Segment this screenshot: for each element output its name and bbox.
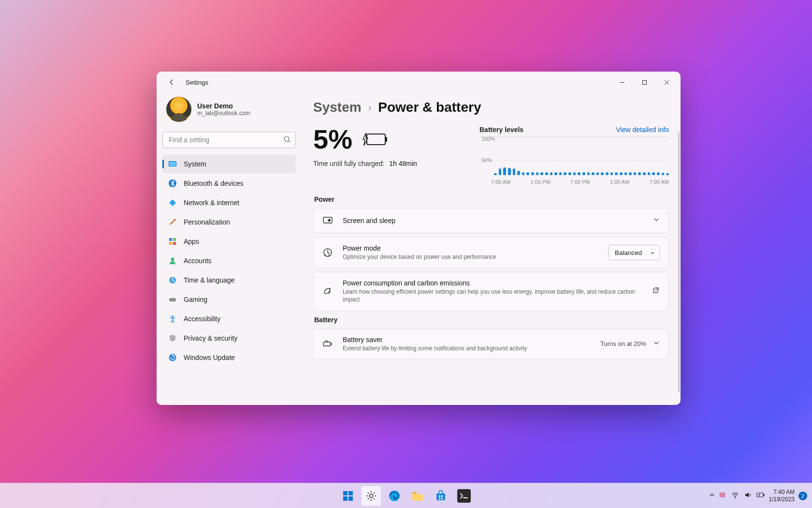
folder-icon bbox=[411, 490, 424, 502]
wifi-tray-icon[interactable] bbox=[731, 491, 739, 500]
sidebar-item-bluetooth[interactable]: Bluetooth & devices bbox=[162, 174, 296, 193]
taskbar-app-settings[interactable] bbox=[361, 486, 381, 506]
svg-point-12 bbox=[171, 299, 172, 300]
svg-rect-31 bbox=[439, 498, 440, 499]
taskbar-app-explorer[interactable] bbox=[407, 486, 428, 506]
sidebar-item-label: Apps bbox=[184, 238, 199, 245]
svg-rect-16 bbox=[367, 134, 385, 145]
notifications-badge[interactable]: 2 bbox=[798, 492, 807, 500]
tray-clock[interactable]: 7:40 AM 1/19/2023 bbox=[769, 489, 795, 503]
card-battery-saver[interactable]: Battery saver Extend battery life by lim… bbox=[313, 329, 669, 359]
sidebar-item-label: Windows Update bbox=[184, 354, 235, 361]
sidebar-item-system[interactable]: System bbox=[162, 155, 296, 173]
view-detailed-link[interactable]: View detailed info bbox=[616, 126, 669, 134]
profile-email: m_lab@outlook.com bbox=[197, 110, 250, 117]
sidebar-item-apps[interactable]: Apps bbox=[162, 232, 296, 251]
search-wrap bbox=[162, 132, 296, 148]
breadcrumb: System › Power & battery bbox=[313, 100, 669, 115]
arrow-left-icon bbox=[168, 78, 175, 86]
taskbar-app-edge[interactable] bbox=[384, 486, 405, 506]
tray-app-icon[interactable] bbox=[719, 491, 726, 500]
sidebar-item-accessibility[interactable]: Accessibility bbox=[162, 310, 296, 328]
sidebar-item-windows-update[interactable]: Windows Update bbox=[162, 348, 296, 367]
svg-rect-23 bbox=[348, 491, 353, 495]
chart-bar bbox=[545, 172, 548, 175]
globe-clock-icon bbox=[168, 276, 177, 284]
battery-percent: 5% bbox=[313, 126, 352, 153]
battery-saver-icon bbox=[322, 339, 333, 349]
sidebar-item-time-language[interactable]: Time & language bbox=[162, 271, 296, 289]
section-power-label: Power bbox=[314, 195, 669, 203]
chart-bar bbox=[540, 172, 543, 175]
sidebar-item-label: Privacy & security bbox=[184, 334, 237, 342]
taskbar-center bbox=[338, 486, 474, 506]
sidebar-item-personalization[interactable]: Personalization bbox=[162, 213, 296, 231]
shield-icon bbox=[168, 334, 177, 343]
chart-x-tick: 7:00 AM bbox=[491, 179, 510, 185]
sidebar-item-label: Accounts bbox=[184, 257, 212, 265]
scrollbar[interactable] bbox=[678, 132, 680, 392]
chart-bar bbox=[606, 172, 609, 175]
taskbar-app-terminal[interactable] bbox=[454, 486, 474, 506]
svg-rect-7 bbox=[169, 242, 172, 245]
chart-x-tick: 1:00 AM bbox=[610, 179, 629, 185]
profile-name: User Demo bbox=[197, 102, 250, 110]
sidebar-item-accounts[interactable]: Accounts bbox=[162, 252, 296, 270]
chart-bar bbox=[499, 168, 502, 175]
card-screen-sleep[interactable]: Screen and sleep bbox=[313, 208, 669, 233]
person-icon bbox=[168, 256, 177, 265]
chart-bar bbox=[554, 172, 557, 175]
taskbar-app-store[interactable] bbox=[431, 486, 451, 506]
leaf-energy-icon bbox=[322, 286, 333, 297]
search-input[interactable] bbox=[162, 132, 296, 148]
close-icon bbox=[664, 80, 669, 85]
svg-rect-17 bbox=[385, 137, 387, 142]
breadcrumb-parent[interactable]: System bbox=[313, 100, 362, 115]
chart-bar bbox=[522, 172, 525, 175]
svg-rect-28 bbox=[436, 493, 445, 500]
chart-bar bbox=[578, 172, 580, 175]
chart-bar bbox=[648, 172, 651, 175]
edge-icon bbox=[388, 490, 401, 502]
volume-tray-icon[interactable] bbox=[744, 491, 752, 500]
card-desc: Optimize your device based on power use … bbox=[343, 253, 599, 261]
terminal-icon bbox=[460, 493, 468, 499]
chart-x-tick: 1:00 PM bbox=[531, 179, 551, 185]
window-controls bbox=[611, 74, 678, 91]
start-button[interactable] bbox=[338, 486, 358, 506]
card-power-mode[interactable]: Power mode Optimize your device based on… bbox=[313, 237, 669, 268]
sidebar-item-network[interactable]: Network & internet bbox=[162, 194, 296, 212]
chart-x-tick: 7:00 AM bbox=[650, 179, 669, 185]
minimize-button[interactable] bbox=[611, 74, 633, 91]
chevron-up-icon bbox=[709, 492, 715, 498]
tray-overflow[interactable] bbox=[709, 492, 715, 499]
svg-rect-30 bbox=[441, 495, 443, 497]
titlebar: Settings bbox=[157, 72, 681, 93]
profile-block[interactable]: User Demo m_lab@outlook.com bbox=[162, 93, 296, 130]
bluetooth-icon bbox=[168, 179, 177, 188]
chart-y-100: 100% bbox=[481, 136, 495, 142]
chart-bar bbox=[657, 172, 660, 175]
sidebar-item-label: Gaming bbox=[184, 296, 207, 303]
chart-bar bbox=[536, 172, 539, 175]
power-mode-select[interactable]: Balanced bbox=[609, 245, 660, 260]
svg-point-14 bbox=[172, 315, 174, 317]
maximize-button[interactable] bbox=[633, 74, 655, 91]
chart-bar bbox=[592, 172, 594, 175]
chart-bar bbox=[643, 172, 646, 175]
card-title: Power consumption and carbon emissions bbox=[343, 279, 642, 287]
sidebar-item-privacy[interactable]: Privacy & security bbox=[162, 329, 296, 347]
chart-bar bbox=[601, 172, 604, 175]
svg-rect-11 bbox=[169, 298, 176, 301]
chart-bar bbox=[615, 172, 618, 175]
close-button[interactable] bbox=[655, 74, 678, 91]
back-button[interactable] bbox=[165, 76, 178, 89]
chevron-down-icon bbox=[653, 216, 660, 225]
sidebar-item-gaming[interactable]: Gaming bbox=[162, 290, 296, 309]
svg-rect-22 bbox=[343, 491, 348, 495]
search-icon bbox=[283, 135, 291, 145]
battery-tray-icon[interactable] bbox=[756, 491, 765, 500]
battery-time-label: Time until fully charged: 1h 48min bbox=[313, 160, 468, 167]
update-icon bbox=[168, 353, 177, 362]
card-carbon[interactable]: Power consumption and carbon emissions L… bbox=[313, 272, 669, 311]
